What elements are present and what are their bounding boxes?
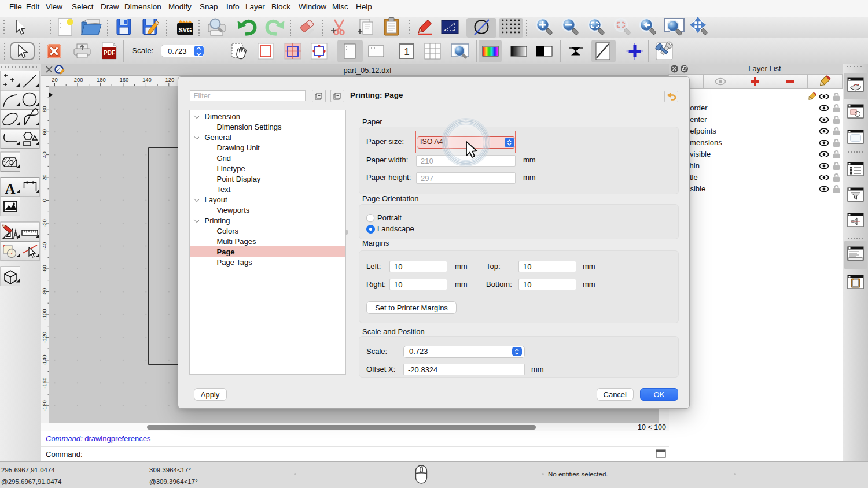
svg-text:-100: -100 — [41, 309, 47, 320]
svg-text:-120: -120 — [163, 76, 174, 83]
svg-text:80: 80 — [41, 106, 47, 112]
svg-text:40: 40 — [41, 151, 47, 158]
svg-text:A: A — [5, 181, 15, 197]
svg-text:-200: -200 — [72, 76, 83, 83]
svg-text:-160: -160 — [117, 76, 128, 83]
svg-text:-180: -180 — [95, 76, 106, 83]
svg-text:20: 20 — [52, 76, 58, 83]
svg-text:1: 1 — [404, 46, 409, 57]
svg-text:-20: -20 — [41, 219, 47, 227]
svg-text:-120: -120 — [41, 332, 47, 343]
svg-text:-40: -40 — [41, 242, 47, 250]
svg-text:-80: -80 — [41, 288, 47, 296]
svg-text:20: 20 — [41, 175, 47, 181]
svg-text:PDF: PDF — [104, 50, 115, 56]
svg-text:-180: -180 — [41, 400, 47, 411]
svg-text:60: 60 — [41, 129, 47, 135]
svg-text:-160: -160 — [41, 378, 47, 389]
svg-text:-60: -60 — [41, 265, 47, 273]
svg-text:0: 0 — [41, 199, 47, 202]
svg-text:-140: -140 — [141, 76, 152, 83]
svg-text:-140: -140 — [41, 354, 47, 365]
